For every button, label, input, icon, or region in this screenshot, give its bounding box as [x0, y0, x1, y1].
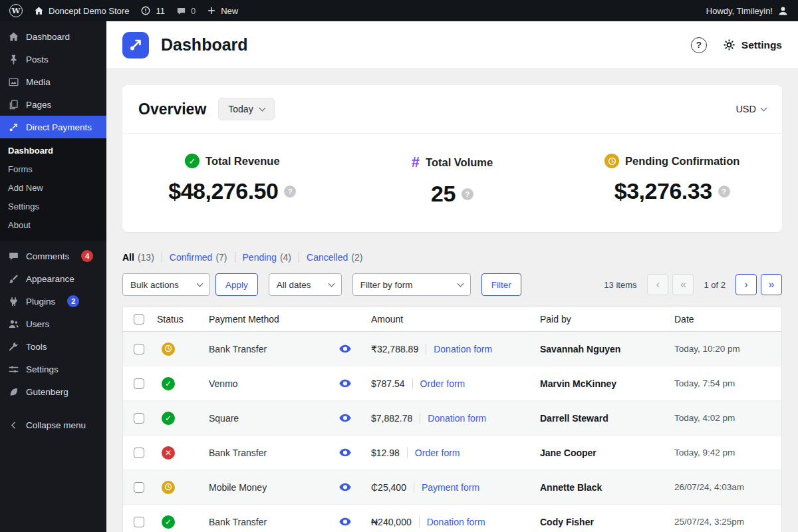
- form-link[interactable]: Payment form: [414, 482, 479, 493]
- pin-icon: [7, 53, 19, 65]
- view-payment-button[interactable]: [335, 448, 351, 457]
- period-dropdown[interactable]: Today: [218, 98, 274, 120]
- stat-total-revenue: ✓ Total Revenue $48,276.50 ?: [122, 154, 342, 207]
- view-payment-button[interactable]: [335, 517, 351, 526]
- view-cancelled[interactable]: Cancelled (2): [299, 252, 370, 263]
- help-bubble-icon[interactable]: ?: [462, 188, 473, 200]
- view-pending[interactable]: Pending (4): [235, 252, 299, 263]
- x-icon: ✕: [165, 449, 172, 457]
- stat-label: Total Volume: [426, 156, 493, 169]
- site-name-menu[interactable]: Doncept Demo Store: [34, 0, 129, 21]
- check-icon: ✓: [165, 414, 172, 422]
- payment-date: Today, 9:42 pm: [667, 448, 781, 458]
- submenu-item-forms[interactable]: Forms: [0, 160, 106, 178]
- form-link[interactable]: Donation form: [419, 517, 485, 527]
- sidebar-item-posts[interactable]: Posts: [0, 48, 106, 70]
- stat-total-volume: # Total Volume 25 ?: [342, 154, 563, 207]
- direct-payments-icon: [7, 121, 19, 133]
- sidebar-item-tools[interactable]: Tools: [0, 335, 106, 358]
- comments-indicator[interactable]: 0: [176, 0, 196, 21]
- form-link[interactable]: Order form: [412, 378, 466, 389]
- row-checkbox[interactable]: [134, 344, 144, 354]
- check-icon: ✓: [165, 518, 172, 526]
- filter-button[interactable]: Filter: [481, 273, 521, 296]
- submenu-item-dashboard[interactable]: Dashboard: [0, 141, 106, 160]
- hash-icon: #: [412, 154, 420, 171]
- row-checkbox[interactable]: [134, 482, 144, 493]
- help-bubble-icon[interactable]: ?: [284, 186, 296, 198]
- dates-filter-select[interactable]: All dates: [269, 273, 342, 296]
- form-filter-select[interactable]: Filter by form: [352, 273, 471, 296]
- collapse-menu-button[interactable]: Collapse menu: [0, 414, 106, 436]
- clock-icon: [164, 344, 172, 354]
- admin-bar: W Doncept Demo Store 11 0 New Howdy, Tim…: [0, 0, 798, 21]
- updates-indicator[interactable]: 11: [140, 0, 165, 21]
- wordpress-logo[interactable]: W: [9, 0, 23, 21]
- comments-icon: [7, 250, 19, 262]
- eye-icon: [339, 414, 351, 422]
- help-icon[interactable]: ?: [691, 37, 707, 53]
- prev-page-button[interactable]: ‹: [647, 274, 668, 295]
- sidebar-item-dashboard[interactable]: Dashboard: [0, 25, 106, 48]
- amount: ₵25,400: [371, 482, 406, 493]
- sidebar-item-comments[interactable]: Comments 4: [0, 245, 106, 267]
- payment-method: Bank Transfer: [201, 517, 328, 527]
- sidebar-item-plugins[interactable]: Plugins 2: [0, 290, 106, 313]
- page-header: Dashboard ? Settings: [106, 21, 798, 69]
- form-link[interactable]: Donation form: [420, 413, 486, 424]
- items-count: 13 items: [604, 280, 636, 290]
- next-page-button[interactable]: ›: [735, 274, 757, 295]
- amount: $7,882.78: [371, 413, 412, 424]
- view-all[interactable]: All (13): [122, 252, 162, 263]
- plug-icon: [7, 295, 19, 307]
- status-icon: ✓✕: [162, 481, 175, 494]
- sliders-icon: [7, 363, 19, 375]
- clock-icon: [604, 154, 619, 168]
- submenu-item-settings[interactable]: Settings: [0, 197, 106, 215]
- help-bubble-icon[interactable]: ?: [718, 186, 730, 198]
- bulk-actions-select[interactable]: Bulk actions: [122, 273, 210, 296]
- sidebar-item-users[interactable]: Users: [0, 313, 106, 335]
- eye-icon: [339, 517, 351, 526]
- payment-method: Square: [201, 413, 328, 424]
- row-checkbox[interactable]: [134, 378, 144, 389]
- view-payment-button[interactable]: [335, 379, 351, 388]
- select-all-checkbox[interactable]: [134, 314, 144, 325]
- col-amount: Amount: [364, 314, 533, 325]
- payments-table: Status Payment Method Amount Paid by Dat…: [122, 307, 782, 532]
- status-icon: ✓✕: [162, 446, 175, 460]
- status-icon: ✓✕: [162, 377, 175, 390]
- view-payment-button[interactable]: [335, 414, 351, 422]
- sidebar-item-gutenberg[interactable]: Gutenberg: [0, 380, 106, 403]
- new-menu[interactable]: New: [207, 0, 238, 21]
- submenu-item-add-new[interactable]: Add New: [0, 178, 106, 197]
- form-link[interactable]: Donation form: [426, 344, 492, 354]
- view-confirmed[interactable]: Confirmed (7): [162, 252, 235, 263]
- row-checkbox[interactable]: [134, 517, 144, 527]
- sidebar-item-appearance[interactable]: Appearance: [0, 267, 106, 290]
- eye-icon: [339, 344, 351, 353]
- currency-dropdown[interactable]: USD: [735, 104, 766, 114]
- row-checkbox[interactable]: [134, 413, 144, 424]
- sidebar-item-direct-payments[interactable]: Direct Payments: [0, 116, 106, 138]
- sidebar-item-media[interactable]: Media: [0, 70, 106, 93]
- wrench-icon: [7, 340, 19, 352]
- gear-icon: [723, 39, 735, 51]
- overview-card: Overview Today USD ✓ Total Revenue: [122, 85, 782, 232]
- apply-button[interactable]: Apply: [215, 273, 258, 296]
- form-link[interactable]: Order form: [407, 448, 460, 458]
- comment-bubble-icon: [176, 6, 186, 16]
- row-checkbox[interactable]: [134, 448, 144, 458]
- sidebar-item-pages[interactable]: Pages: [0, 93, 106, 116]
- first-page-button[interactable]: «: [672, 274, 694, 295]
- view-payment-button[interactable]: [335, 483, 351, 491]
- sidebar-item-settings[interactable]: Settings: [0, 358, 106, 380]
- settings-button[interactable]: Settings: [723, 39, 782, 51]
- howdy-text: Howdy, Timileyin!: [706, 6, 773, 16]
- payment-method: Venmo: [201, 378, 328, 389]
- last-page-button[interactable]: »: [761, 274, 782, 295]
- submenu-item-about[interactable]: About: [0, 215, 106, 234]
- table-toolbar: Bulk actions Apply All dates Filter by f…: [122, 273, 782, 296]
- view-payment-button[interactable]: [335, 344, 351, 353]
- howdy-menu[interactable]: Howdy, Timileyin!: [706, 0, 789, 21]
